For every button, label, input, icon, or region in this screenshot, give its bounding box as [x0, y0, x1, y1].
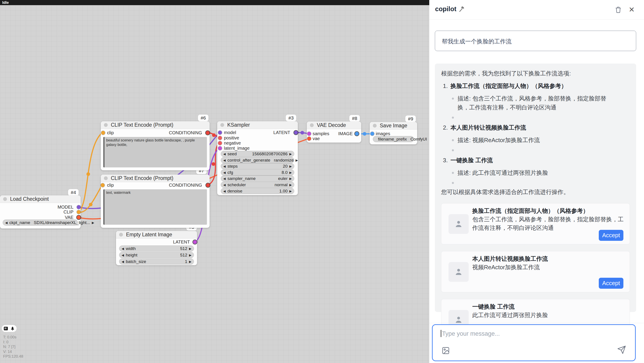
widget-left-arrow-icon[interactable]: ◀: [223, 171, 226, 174]
widget-right-arrow-icon[interactable]: ▶: [289, 164, 292, 168]
widget-right-arrow-icon[interactable]: ▶: [289, 152, 292, 156]
input-port-vae[interactable]: [307, 137, 311, 141]
card-title: 一键换脸 工作流: [472, 302, 629, 311]
message-input[interactable]: Type your message...: [432, 324, 636, 361]
widget-right-arrow-icon[interactable]: ▶: [189, 247, 192, 250]
node-save-image[interactable]: Save Image images filename_prefix ComfyU…: [370, 122, 417, 144]
accept-button[interactable]: Accept: [599, 278, 624, 289]
reroute-dot[interactable]: [212, 133, 216, 137]
control-after-generate-widget[interactable]: ◀ control_after_generate randomize ▶: [221, 157, 294, 163]
widget-left-arrow-icon[interactable]: ◀: [5, 221, 8, 224]
collapse-dot-icon[interactable]: [373, 124, 377, 128]
node-load-checkpoint[interactable]: Load Checkpoint MODEL CLIP VAE ◀ ckpt_na…: [0, 195, 80, 229]
reroute-dot[interactable]: [89, 203, 92, 206]
node-header[interactable]: CLIP Text Encode (Prompt): [101, 175, 210, 182]
node-graph-canvas[interactable]: Idle #4 #6 #7 #3 #8 #9 #5 Load Checkpoin…: [0, 0, 429, 363]
widget-right-arrow-icon[interactable]: ▶: [189, 260, 192, 263]
node-header[interactable]: CLIP Text Encode (Prompt): [101, 121, 210, 129]
widget-left-arrow-icon[interactable]: ◀: [223, 183, 226, 187]
reroute-dot[interactable]: [86, 172, 90, 176]
input-port-negative[interactable]: [218, 141, 222, 145]
output-port-latent[interactable]: [193, 240, 197, 244]
widget-value: 1.00: [279, 189, 288, 194]
output-port-image[interactable]: [355, 132, 359, 136]
node-empty-latent-image[interactable]: Empty Latent Image LATENT ◀ width 512 ▶ …: [116, 231, 197, 265]
close-icon[interactable]: ✕: [628, 6, 636, 13]
collapse-dot-icon[interactable]: [310, 123, 314, 127]
input-port-images[interactable]: [370, 132, 374, 136]
width-widget[interactable]: ◀ width 512 ▶: [119, 246, 194, 252]
batch-size-widget[interactable]: ◀ batch_size 1 ▶: [119, 259, 194, 265]
stat-iterations: I: 0: [3, 340, 23, 345]
widget-right-arrow-icon[interactable]: ▶: [289, 183, 292, 187]
denoise-widget[interactable]: ◀ denoise 1.00 ▶: [221, 188, 294, 194]
widget-label: sampler_name: [228, 176, 256, 181]
collapse-dot-icon[interactable]: [119, 233, 123, 237]
input-port-model[interactable]: [218, 131, 222, 134]
accept-button[interactable]: Accept: [599, 230, 624, 241]
output-port-model[interactable]: [77, 205, 80, 209]
widget-right-arrow-icon[interactable]: ▶: [289, 177, 292, 180]
widget-left-arrow-icon[interactable]: ◀: [223, 152, 226, 156]
widget-left-arrow-icon[interactable]: ◀: [122, 247, 124, 250]
card-description: 包含三个工作流，风格参考，脸部替换，指定脸部替换，工作流有注释，不明白评论区沟通: [472, 215, 629, 232]
node-id-badge: #3: [286, 115, 296, 121]
reroute-dot[interactable]: [300, 131, 304, 134]
node-header[interactable]: VAE Decode: [307, 121, 361, 129]
node-header[interactable]: KSampler: [217, 121, 298, 129]
widget-value: 512: [180, 246, 188, 251]
trash-icon[interactable]: [614, 6, 622, 13]
widget-left-arrow-icon[interactable]: ◀: [223, 164, 226, 168]
reroute-dot[interactable]: [212, 162, 215, 166]
node-ksampler[interactable]: KSampler model positive negative latent_…: [217, 121, 298, 195]
prompt-textarea[interactable]: text, watermark: [104, 189, 207, 225]
collapse-dot-icon[interactable]: [104, 176, 108, 180]
node-clip-text-encode-negative[interactable]: CLIP Text Encode (Prompt) clip CONDITION…: [101, 175, 210, 228]
node-header[interactable]: Empty Latent Image: [116, 231, 197, 239]
input-port-clip[interactable]: [101, 183, 104, 187]
widget-left-arrow-icon[interactable]: ◀: [223, 189, 226, 193]
output-port-conditioning[interactable]: [206, 131, 210, 135]
widget-left-arrow-icon[interactable]: ◀: [122, 253, 124, 257]
input-port-latent-image[interactable]: [218, 146, 222, 150]
widget-right-arrow-icon[interactable]: ▶: [92, 221, 94, 224]
input-port-samples[interactable]: [307, 132, 311, 136]
widget-right-arrow-icon[interactable]: ▶: [289, 189, 292, 193]
collapse-dot-icon[interactable]: [3, 197, 7, 201]
input-port-clip[interactable]: [101, 131, 105, 135]
output-port-latent[interactable]: [294, 131, 298, 134]
steps-widget[interactable]: ◀ steps 20 ▶: [221, 163, 294, 169]
send-icon[interactable]: [617, 345, 626, 354]
node-header[interactable]: Save Image: [370, 122, 417, 130]
attach-image-icon[interactable]: [442, 347, 450, 355]
workflow-list-icon[interactable]: [4, 326, 8, 331]
widget-left-arrow-icon[interactable]: ◀: [223, 158, 226, 162]
cfg-widget[interactable]: ◀ cfg 8.0 ▶: [221, 169, 294, 175]
widget-left-arrow-icon[interactable]: ◀: [122, 260, 124, 263]
widget-right-arrow-icon[interactable]: ▶: [296, 158, 298, 162]
output-port-clip[interactable]: [77, 210, 80, 214]
node-tree-icon[interactable]: [10, 326, 15, 331]
item-description: 描述: 包含三个工作流，风格参考，脸部替换，指定脸部替换，工作流有注释，不明白评…: [452, 94, 630, 112]
node-header[interactable]: Load Checkpoint: [0, 195, 80, 203]
node-vae-decode[interactable]: VAE Decode samples vae IMAGE: [307, 121, 361, 143]
scheduler-widget[interactable]: ◀ scheduler normal ▶: [221, 182, 294, 188]
filename-prefix-widget[interactable]: filename_prefix ComfyUI: [373, 136, 414, 142]
response-intro: 根据您的需求，我为您找到了以下换脸工作流选项:: [441, 69, 630, 78]
output-port-conditioning[interactable]: [206, 183, 210, 187]
seed-widget[interactable]: ◀ seed 156680208700286 ▶: [221, 151, 294, 157]
sampler-name-widget[interactable]: ◀ sampler_name euler ▶: [221, 175, 294, 181]
wire-clip-positive: [79, 133, 102, 212]
ckpt-name-widget[interactable]: ◀ ckpt_name SDXL/dreamshaperXL_light... …: [3, 220, 78, 226]
node-clip-text-encode-positive[interactable]: CLIP Text Encode (Prompt) clip CONDITION…: [101, 121, 210, 170]
height-widget[interactable]: ◀ height 512 ▶: [119, 252, 194, 258]
output-port-vae[interactable]: [77, 216, 80, 219]
collapse-dot-icon[interactable]: [104, 123, 108, 127]
input-port-positive[interactable]: [218, 136, 222, 140]
prompt-textarea[interactable]: beautiful scenery nature glass bottle la…: [104, 137, 207, 167]
widget-left-arrow-icon[interactable]: ◀: [223, 177, 226, 180]
widget-right-arrow-icon[interactable]: ▶: [289, 171, 292, 174]
reroute-dot[interactable]: [363, 132, 366, 136]
collapse-dot-icon[interactable]: [220, 123, 224, 127]
widget-right-arrow-icon[interactable]: ▶: [189, 253, 192, 257]
